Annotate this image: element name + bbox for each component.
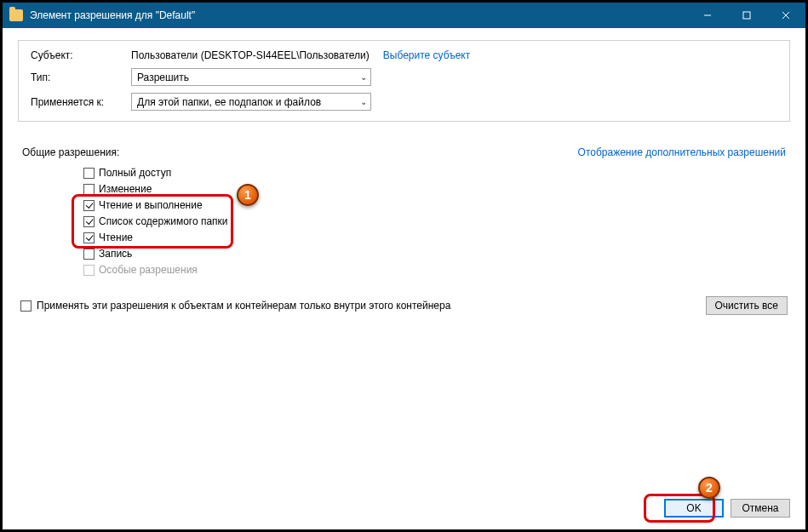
perm-write: Запись <box>83 246 788 261</box>
ok-button[interactable]: OK <box>664 499 724 518</box>
folder-icon <box>9 9 23 21</box>
cancel-button[interactable]: Отмена <box>731 499 790 518</box>
perm-label: Чтение <box>99 232 133 243</box>
perm-label: Полный доступ <box>99 167 171 179</box>
annotation-badge-2: 2 <box>698 477 720 499</box>
permissions-list: Полный доступ Изменение Чтение и выполне… <box>83 165 788 277</box>
permission-entry-window: Элемент разрешения для "Default" Субъект… <box>0 0 808 532</box>
perm-label: Список содержимого папки <box>99 215 228 227</box>
apply-within-label: Применять эти разрешения к объектам и ко… <box>37 300 450 312</box>
checkbox-read-execute[interactable] <box>83 200 95 211</box>
checkbox-write[interactable] <box>83 249 95 260</box>
apply-within-row: Применять эти разрешения к объектам и ко… <box>20 296 788 315</box>
content-area: Субъект: Пользователи (DESKTOP-SI44EEL\П… <box>3 28 805 494</box>
maximize-button[interactable] <box>727 3 766 28</box>
checkbox-full-access[interactable] <box>83 168 95 179</box>
perm-read: Чтение <box>83 230 788 245</box>
type-label: Тип: <box>31 72 131 83</box>
checkbox-list-folder[interactable] <box>83 216 95 227</box>
minimize-button[interactable] <box>688 3 727 28</box>
close-button[interactable] <box>766 3 805 28</box>
clear-all-button[interactable]: Очистить все <box>706 296 788 315</box>
perm-label: Чтение и выполнение <box>99 199 203 211</box>
checkbox-modify[interactable] <box>83 184 95 195</box>
checkbox-read[interactable] <box>83 232 95 243</box>
advanced-permissions-link[interactable]: Отображение дополнительных разрешений <box>578 146 786 158</box>
perm-special: Особые разрешения <box>83 262 788 277</box>
applies-value: Для этой папки, ее подпапок и файлов <box>137 96 360 108</box>
select-subject-link[interactable]: Выберите субъект <box>383 49 470 61</box>
window-controls <box>688 3 805 28</box>
dialog-footer: 2 OK Отмена <box>3 494 805 529</box>
subject-value: Пользователи (DESKTOP-SI44EEL\Пользовате… <box>131 49 370 61</box>
chevron-down-icon: ⌄ <box>360 97 367 106</box>
applies-label: Применяется к: <box>31 96 131 108</box>
annotation-badge-1: 1 <box>237 184 259 206</box>
window-title: Элемент разрешения для "Default" <box>30 9 195 21</box>
perm-label: Особые разрешения <box>99 264 198 276</box>
applies-dropdown[interactable]: Для этой папки, ее подпапок и файлов ⌄ <box>131 93 371 111</box>
perm-label: Изменение <box>99 183 152 195</box>
titlebar: Элемент разрешения для "Default" <box>3 3 805 28</box>
header-group: Субъект: Пользователи (DESKTOP-SI44EEL\П… <box>18 40 790 122</box>
svg-rect-1 <box>743 12 750 19</box>
perm-list-folder: Список содержимого папки <box>83 214 788 229</box>
type-dropdown[interactable]: Разрешить ⌄ <box>131 68 371 86</box>
checkbox-special <box>83 265 95 276</box>
perm-modify: Изменение <box>83 181 788 197</box>
checkbox-apply-within[interactable] <box>20 300 32 312</box>
perm-read-execute: Чтение и выполнение <box>83 197 788 213</box>
permissions-section: Общие разрешения: Отображение дополнител… <box>18 134 790 487</box>
permissions-title: Общие разрешения: <box>22 146 119 158</box>
perm-full-access: Полный доступ <box>83 165 788 180</box>
chevron-down-icon: ⌄ <box>360 72 367 82</box>
perm-label: Запись <box>99 248 132 260</box>
type-value: Разрешить <box>137 72 360 83</box>
subject-label: Субъект: <box>31 49 131 61</box>
